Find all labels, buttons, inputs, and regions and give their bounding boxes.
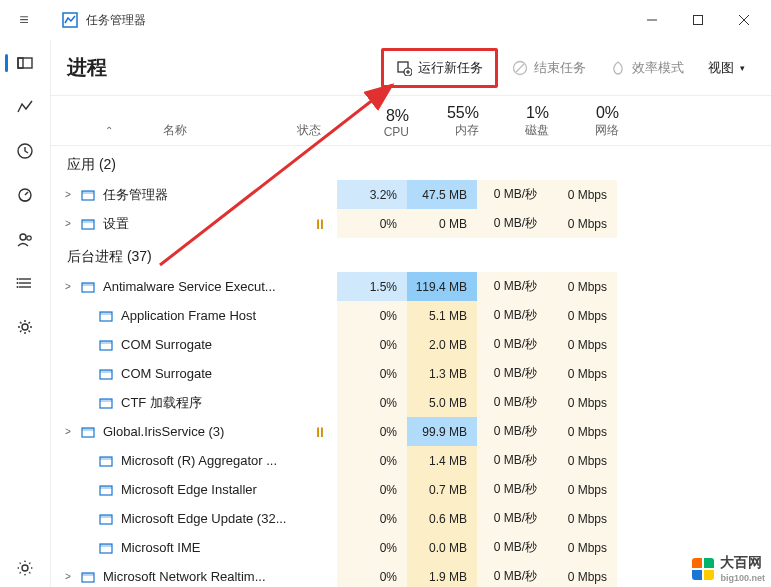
memory-cell: 2.0 MB: [407, 330, 477, 359]
disk-cell: 0 MB/秒: [477, 388, 547, 417]
highlight-annotation: 运行新任务: [381, 48, 498, 88]
process-row[interactable]: >任务管理器3.2%47.5 MB0 MB/秒0 Mbps: [51, 180, 771, 209]
process-name: 任务管理器: [103, 186, 168, 204]
process-name: Global.IrisService (3): [103, 424, 224, 439]
cpu-cell: 0%: [337, 417, 407, 446]
memory-cell: 1.4 MB: [407, 446, 477, 475]
col-cpu[interactable]: 8%CPU: [347, 107, 417, 139]
network-cell: 0 Mbps: [547, 359, 617, 388]
disk-cell: 0 MB/秒: [477, 533, 547, 562]
end-task-icon: [512, 60, 528, 76]
process-icon: [97, 453, 115, 469]
process-row[interactable]: Microsoft (R) Aggregator ...0%1.4 MB0 MB…: [51, 446, 771, 475]
sidebar-processes[interactable]: [5, 44, 45, 82]
network-cell: 0 Mbps: [547, 562, 617, 587]
memory-cell: 5.1 MB: [407, 301, 477, 330]
process-row[interactable]: Microsoft Edge Update (32...0%0.6 MB0 MB…: [51, 504, 771, 533]
process-icon: [79, 187, 97, 203]
new-task-button[interactable]: 运行新任务: [386, 51, 493, 85]
disk-cell: 0 MB/秒: [477, 475, 547, 504]
col-name[interactable]: 名称: [163, 122, 187, 139]
process-row[interactable]: >Microsoft Network Realtim...0%1.9 MB0 M…: [51, 562, 771, 587]
network-cell: 0 Mbps: [547, 180, 617, 209]
cpu-cell: 0%: [337, 388, 407, 417]
view-menu-button[interactable]: 视图 ▾: [698, 51, 755, 85]
process-row[interactable]: >设置⏸0%0 MB0 MB/秒0 Mbps: [51, 209, 771, 238]
col-disk[interactable]: 1%磁盘: [487, 104, 557, 139]
process-name: 设置: [103, 215, 129, 233]
network-cell: 0 Mbps: [547, 475, 617, 504]
cpu-cell: 0%: [337, 475, 407, 504]
svg-rect-27: [82, 191, 94, 194]
network-cell: 0 Mbps: [547, 209, 617, 238]
expand-icon[interactable]: >: [59, 571, 77, 582]
process-icon: [97, 366, 115, 382]
sidebar-services[interactable]: [5, 308, 45, 346]
process-row[interactable]: Microsoft Edge Installer0%0.7 MB0 MB/秒0 …: [51, 475, 771, 504]
process-row[interactable]: >Antimalware Service Execut...1.5%119.4 …: [51, 272, 771, 301]
sort-icon[interactable]: ⌃: [105, 125, 113, 136]
disk-cell: 0 MB/秒: [477, 330, 547, 359]
disk-cell: 0 MB/秒: [477, 272, 547, 301]
process-icon: [97, 337, 115, 353]
watermark-name: 大百网: [720, 554, 762, 570]
close-button[interactable]: [721, 4, 767, 36]
svg-rect-47: [100, 515, 112, 518]
process-name: Microsoft Network Realtim...: [103, 569, 266, 584]
memory-cell: 0 MB: [407, 209, 477, 238]
svg-point-19: [22, 565, 28, 571]
group-background: 后台进程 (37): [51, 238, 771, 272]
network-cell: 0 Mbps: [547, 504, 617, 533]
minimize-button[interactable]: [629, 4, 675, 36]
memory-cell: 47.5 MB: [407, 180, 477, 209]
cpu-cell: 0%: [337, 504, 407, 533]
process-name: Microsoft IME: [121, 540, 200, 555]
col-status[interactable]: 状态: [297, 123, 321, 137]
column-header: ⌃ 名称 状态 8%CPU 55%内存 1%磁盘 0%网络: [51, 96, 771, 146]
process-row[interactable]: CTF 加载程序0%5.0 MB0 MB/秒0 Mbps: [51, 388, 771, 417]
sidebar-performance[interactable]: [5, 88, 45, 126]
sidebar: [0, 40, 50, 587]
sidebar-details[interactable]: [5, 264, 45, 302]
process-name: Application Frame Host: [121, 308, 256, 323]
main-panel: 进程 运行新任务 结束任务 效率模式 视图: [50, 40, 771, 587]
process-row[interactable]: COM Surrogate0%1.3 MB0 MB/秒0 Mbps: [51, 359, 771, 388]
end-task-button[interactable]: 结束任务: [502, 51, 596, 85]
view-label: 视图: [708, 59, 734, 77]
network-cell: 0 Mbps: [547, 330, 617, 359]
process-row[interactable]: Application Frame Host0%5.1 MB0 MB/秒0 Mb…: [51, 301, 771, 330]
svg-point-15: [17, 278, 19, 280]
sidebar-users[interactable]: [5, 220, 45, 258]
efficiency-button[interactable]: 效率模式: [600, 51, 694, 85]
sidebar-startup[interactable]: [5, 176, 45, 214]
svg-point-11: [27, 236, 31, 240]
sidebar-app-history[interactable]: [5, 132, 45, 170]
process-icon: [97, 308, 115, 324]
network-cell: 0 Mbps: [547, 417, 617, 446]
expand-icon[interactable]: >: [59, 281, 77, 292]
expand-icon[interactable]: >: [59, 189, 77, 200]
svg-point-10: [20, 234, 26, 240]
maximize-button[interactable]: [675, 4, 721, 36]
memory-cell: 0.6 MB: [407, 504, 477, 533]
expand-icon[interactable]: >: [59, 218, 77, 229]
expand-icon[interactable]: >: [59, 426, 77, 437]
memory-cell: 119.4 MB: [407, 272, 477, 301]
col-network[interactable]: 0%网络: [557, 104, 627, 139]
cpu-cell: 0%: [337, 562, 407, 587]
process-row[interactable]: Microsoft IME0%0.0 MB0 MB/秒0 Mbps: [51, 533, 771, 562]
svg-rect-5: [18, 58, 32, 68]
process-name: Microsoft Edge Installer: [121, 482, 257, 497]
svg-line-9: [25, 192, 28, 195]
sidebar-settings[interactable]: [5, 549, 45, 587]
cpu-cell: 0%: [337, 330, 407, 359]
process-name: COM Surrogate: [121, 366, 212, 381]
hamburger-icon[interactable]: ≡: [4, 11, 44, 29]
page-header: 进程 运行新任务 结束任务 效率模式 视图: [51, 40, 771, 96]
window-controls: [629, 4, 767, 36]
svg-rect-33: [100, 312, 112, 315]
col-memory[interactable]: 55%内存: [417, 104, 487, 139]
process-row[interactable]: COM Surrogate0%2.0 MB0 MB/秒0 Mbps: [51, 330, 771, 359]
disk-cell: 0 MB/秒: [477, 301, 547, 330]
process-row[interactable]: >Global.IrisService (3)⏸0%99.9 MB0 MB/秒0…: [51, 417, 771, 446]
